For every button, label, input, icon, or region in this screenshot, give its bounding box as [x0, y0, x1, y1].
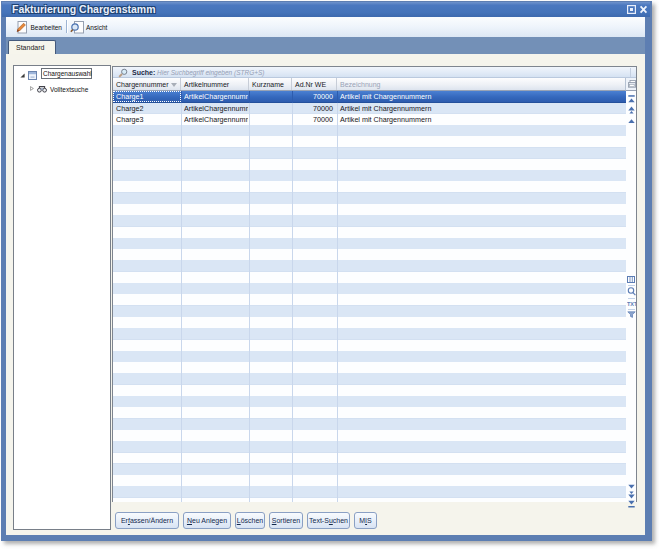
- svg-text:TXT: TXT: [627, 300, 636, 306]
